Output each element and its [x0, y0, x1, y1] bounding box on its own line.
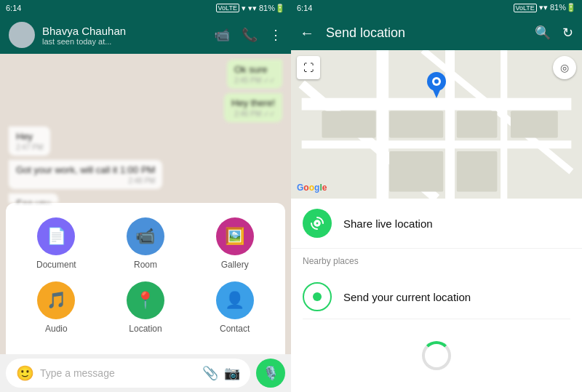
gallery-icon: 🖼️	[216, 217, 254, 255]
location-header: ← Send location 🔍 ↻	[291, 15, 582, 50]
contact-label: Contact	[220, 324, 250, 334]
location-dot	[313, 292, 322, 301]
message-time: 2:48 PM	[16, 177, 155, 185]
contact-info: Bhavya Chauhan last seen today at...	[42, 25, 207, 46]
room-label: Room	[134, 260, 157, 270]
location-header-icons: 🔍 ↻	[535, 25, 573, 41]
chat-input-bar: 🙂 Type a message 📎 📷 🎙️	[0, 354, 291, 392]
contact-icon: 👤	[216, 281, 254, 319]
my-location-button[interactable]: ◎	[553, 56, 576, 79]
room-icon: 📹	[127, 217, 164, 255]
mic-button[interactable]: 🎙️	[256, 359, 285, 388]
chat-header-icons: 📹 📞 ⋮	[214, 27, 282, 43]
svg-marker-15	[431, 87, 442, 98]
attach-gallery[interactable]: 🖼️ Gallery	[196, 217, 274, 270]
left-panel: 6:14 VoLTE ▾ ▾▾ 81%🔋 Bhavya Chauhan last…	[0, 0, 291, 392]
left-time: 6:14	[6, 4, 21, 12]
gallery-label: Gallery	[221, 260, 249, 270]
live-location-icon	[303, 209, 332, 238]
attachment-icon[interactable]: 📎	[202, 365, 218, 381]
attachment-panel: 📄 Document 📹 Room 🖼️ Gallery 🎵 Audio 📍 L…	[6, 203, 285, 354]
right-status-bar: 6:14 VoLTE ▾▾ 81%🔋	[291, 0, 582, 15]
message-bubble: Hey 2:47 PM	[9, 127, 50, 156]
contact-status: last seen today at...	[42, 37, 207, 46]
nearby-places-label: Nearby places	[303, 256, 570, 266]
attach-room[interactable]: 📹 Room	[107, 217, 185, 270]
avatar	[9, 22, 35, 48]
message-bubble: Got your work, will call it 1:00 PM 2:48…	[9, 160, 162, 189]
left-status-icons: VoLTE ▾ ▾▾ 81%🔋	[216, 4, 285, 13]
message-text: Ok sure	[234, 64, 275, 75]
svg-rect-9	[457, 111, 498, 138]
nearby-section: Nearby places	[291, 249, 582, 275]
right-wifi-icon: ▾▾ 81%🔋	[539, 3, 576, 12]
more-options-icon[interactable]: ⋮	[269, 27, 282, 43]
chat-header: Bhavya Chauhan last seen today at... 📹 📞…	[0, 16, 291, 54]
message-text: Hey there!	[231, 97, 275, 108]
message-time: 2:45 PM ✓✓	[234, 76, 275, 84]
search-icon[interactable]: 🔍	[535, 25, 551, 41]
battery-icon: 81%🔋	[259, 4, 285, 13]
signal-icon: ▾▾	[248, 4, 257, 13]
svg-rect-12	[511, 111, 558, 138]
crosshair-icon: ◎	[560, 62, 569, 73]
map-container: ⛶ ◎ Google	[291, 50, 582, 199]
message-bubble: Ok sure 2:45 PM ✓✓	[227, 60, 282, 89]
message-bubble: See you 2:48 PM	[9, 193, 58, 203]
location-icon: 📍	[127, 281, 164, 319]
refresh-icon[interactable]: ↻	[562, 25, 573, 41]
message-time: 2:46 PM ✓✓	[231, 110, 275, 118]
live-location-label: Share live location	[343, 217, 433, 230]
current-location-icon	[303, 282, 332, 311]
svg-rect-11	[457, 151, 498, 192]
back-button[interactable]: ←	[300, 25, 314, 41]
audio-label: Audio	[45, 324, 68, 334]
svg-rect-13	[322, 111, 375, 138]
volte-icon: VoLTE	[216, 4, 239, 12]
send-current-location-row[interactable]: Send your current location	[291, 275, 582, 319]
spinner-animation	[422, 341, 451, 370]
message-text: Hey	[16, 131, 43, 142]
map-pin	[426, 72, 447, 103]
message-text: Got your work, will call it 1:00 PM	[16, 164, 155, 175]
attach-contact[interactable]: 👤 Contact	[196, 281, 274, 334]
attach-location[interactable]: 📍 Location	[107, 281, 185, 334]
voice-call-icon[interactable]: 📞	[242, 27, 258, 43]
document-label: Document	[36, 260, 76, 270]
expand-icon: ⛶	[303, 62, 314, 73]
contact-name: Bhavya Chauhan	[42, 25, 207, 37]
map-expand-button[interactable]: ⛶	[297, 56, 320, 79]
camera-icon[interactable]: 📷	[224, 365, 240, 381]
right-volte-icon: VoLTE	[514, 4, 537, 12]
attach-audio[interactable]: 🎵 Audio	[17, 281, 95, 334]
attach-document[interactable]: 📄 Document	[17, 217, 95, 270]
left-status-bar: 6:14 VoLTE ▾ ▾▾ 81%🔋	[0, 0, 291, 16]
right-status-icons: VoLTE ▾▾ 81%🔋	[514, 3, 577, 12]
loading-spinner	[291, 319, 582, 392]
right-panel: 6:14 VoLTE ▾▾ 81%🔋 ← Send location 🔍 ↻	[291, 0, 582, 392]
share-live-location-row[interactable]: Share live location	[291, 199, 582, 249]
message-input[interactable]: Type a message	[40, 367, 196, 379]
document-icon: 📄	[37, 217, 75, 255]
svg-rect-8	[389, 111, 443, 138]
svg-rect-10	[389, 151, 443, 192]
right-time: 6:14	[297, 4, 312, 12]
page-title: Send location	[326, 25, 523, 41]
chat-messages: Ok sure 2:45 PM ✓✓ Hey there! 2:46 PM ✓✓…	[0, 54, 291, 203]
message-text: See you	[16, 198, 51, 203]
wifi-icon: ▾	[242, 4, 246, 13]
svg-point-17	[434, 79, 439, 84]
location-label: Location	[129, 324, 162, 334]
attachment-grid: 📄 Document 📹 Room 🖼️ Gallery 🎵 Audio 📍 L…	[17, 217, 274, 334]
message-input-box: 🙂 Type a message 📎 📷	[6, 359, 250, 388]
message-bubble: Hey there! 2:46 PM ✓✓	[224, 93, 282, 122]
message-time: 2:47 PM	[16, 143, 43, 151]
video-call-icon[interactable]: 📹	[214, 27, 230, 43]
current-location-label: Send your current location	[343, 291, 471, 303]
audio-icon: 🎵	[37, 281, 75, 319]
google-logo: Google	[297, 183, 327, 193]
emoji-icon[interactable]: 🙂	[16, 364, 34, 382]
